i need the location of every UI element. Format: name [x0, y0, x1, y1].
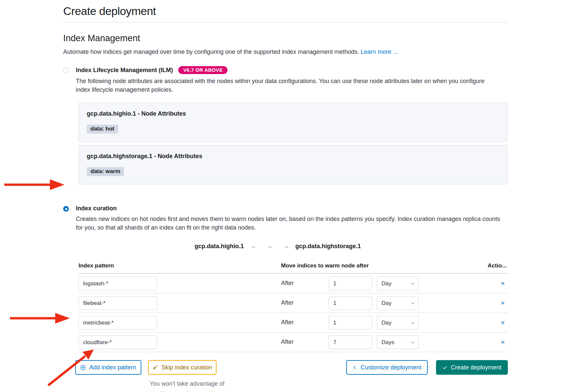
index-pattern-input[interactable]: [78, 336, 157, 349]
panel-title: gcp.data.highio.1 - Node Attributes: [87, 110, 499, 117]
chevron-left-icon: [353, 365, 357, 370]
version-badge: V6.7 OR ABOVE: [178, 66, 227, 74]
chevron-down-icon: [411, 321, 415, 325]
node-attributes-panel-highio: gcp.data.highio.1 - Node Attributes data…: [78, 103, 508, 142]
panel-title: gcp.data.highstorage.1 - Node Attributes: [87, 153, 499, 160]
duration-value-input[interactable]: [329, 277, 372, 290]
duration-unit-select[interactable]: Day: [377, 277, 419, 290]
create-deployment-label: Create deployment: [451, 364, 501, 371]
create-deployment-page: Create deployment Index Management Autom…: [0, 0, 584, 392]
close-icon: ×: [501, 338, 505, 346]
actions-bar: Add index pattern Skip index curation Cu…: [63, 360, 508, 375]
index-pattern-table: Index pattern Move indices to warm node …: [78, 262, 508, 352]
column-header-move-indices: Move indices to warm node after: [281, 262, 369, 269]
chevron-down-icon: [411, 282, 415, 286]
plus-in-circle-icon: [80, 365, 86, 370]
check-icon: [442, 365, 447, 370]
close-icon: ×: [501, 299, 505, 307]
node-attribute-badge: data: hot: [87, 125, 118, 134]
right-arrow-icon: →: [283, 243, 289, 249]
after-label: After: [281, 299, 294, 306]
selected-unit: Day: [381, 320, 391, 326]
right-arrow-icon: →: [266, 243, 273, 249]
remove-row-button[interactable]: ×: [498, 298, 508, 308]
close-icon: ×: [501, 319, 505, 326]
ilm-option-label: Index Lifecycle Management (ILM): [76, 67, 173, 74]
flow-source-node: gcp.data.highio.1: [195, 243, 244, 249]
curation-option: Index curation Creates new indices on ho…: [63, 205, 508, 232]
duration-unit-select[interactable]: Day: [377, 316, 419, 330]
ilm-radio[interactable]: [63, 67, 69, 73]
index-pattern-input[interactable]: [78, 296, 157, 310]
curation-radio[interactable]: [63, 206, 69, 212]
skip-index-curation-button[interactable]: Skip index curation: [148, 360, 217, 375]
node-attribute-badge: data: warm: [87, 167, 124, 176]
table-row: After Day ×: [78, 293, 508, 313]
chevron-down-icon: [411, 341, 415, 344]
after-label: After: [281, 339, 294, 345]
selected-unit: Day: [381, 300, 391, 307]
column-header-actions: Actio...: [488, 262, 507, 269]
after-label: After: [281, 319, 294, 326]
duration-unit-select[interactable]: Day: [377, 296, 419, 310]
broom-icon: [152, 365, 158, 370]
curation-description: Creates new indices on hot nodes first a…: [76, 215, 505, 232]
index-pattern-input[interactable]: [78, 277, 157, 290]
primary-actions-group: Customize deployment Create deployment: [346, 360, 508, 375]
section-description: Automate how indices get managed over ti…: [63, 48, 508, 56]
node-attributes-panel-highstorage: gcp.data.highstorage.1 - Node Attributes…: [78, 145, 508, 184]
page-title: Create deployment: [63, 5, 508, 18]
flow-target-node: gcp.data.highstorage.1: [295, 243, 361, 249]
skip-index-curation-label: Skip index curation: [161, 364, 212, 371]
create-deployment-button[interactable]: Create deployment: [436, 360, 508, 375]
curation-option-label: Index curation: [76, 205, 117, 212]
column-header-index-pattern: Index pattern: [78, 262, 114, 269]
add-index-pattern-label: Add index pattern: [89, 364, 136, 371]
table-row: After Days ×: [78, 333, 508, 352]
section-description-text: Automate how indices get managed over ti…: [63, 49, 359, 55]
selected-unit: Day: [381, 280, 391, 287]
table-row: After Day ×: [78, 274, 508, 293]
selected-unit: Days: [381, 339, 394, 346]
right-arrow-icon: →: [250, 243, 256, 249]
remove-row-button[interactable]: ×: [498, 318, 508, 328]
after-label: After: [281, 280, 294, 287]
ilm-option: Index Lifecycle Management (ILM) V6.7 OR…: [63, 66, 508, 184]
customize-deployment-button[interactable]: Customize deployment: [346, 360, 428, 375]
customize-deployment-label: Customize deployment: [361, 364, 421, 371]
index-pattern-input[interactable]: [78, 316, 157, 330]
table-header-row: Index pattern Move indices to warm node …: [78, 262, 508, 274]
skip-curation-warning-text: You won't take advantage of Hot/Warm arc…: [150, 379, 226, 392]
duration-value-input[interactable]: [329, 336, 372, 349]
remove-row-button[interactable]: ×: [498, 337, 508, 347]
duration-value-input[interactable]: [329, 296, 372, 310]
curation-flow: gcp.data.highio.1 → → → gcp.data.highsto…: [63, 243, 492, 250]
duration-unit-select[interactable]: Days: [377, 336, 419, 349]
title-divider: [63, 22, 508, 23]
add-index-pattern-button[interactable]: Add index pattern: [75, 360, 141, 375]
remove-row-button[interactable]: ×: [498, 278, 508, 288]
table-row: After Day ×: [78, 313, 508, 333]
duration-value-input[interactable]: [329, 316, 372, 330]
close-icon: ×: [501, 279, 505, 287]
section-title-index-management: Index Management: [63, 33, 508, 44]
learn-more-link[interactable]: Learn more ...: [361, 49, 398, 55]
ilm-description: The following node attributes are associ…: [76, 77, 497, 94]
chevron-down-icon: [411, 301, 415, 305]
